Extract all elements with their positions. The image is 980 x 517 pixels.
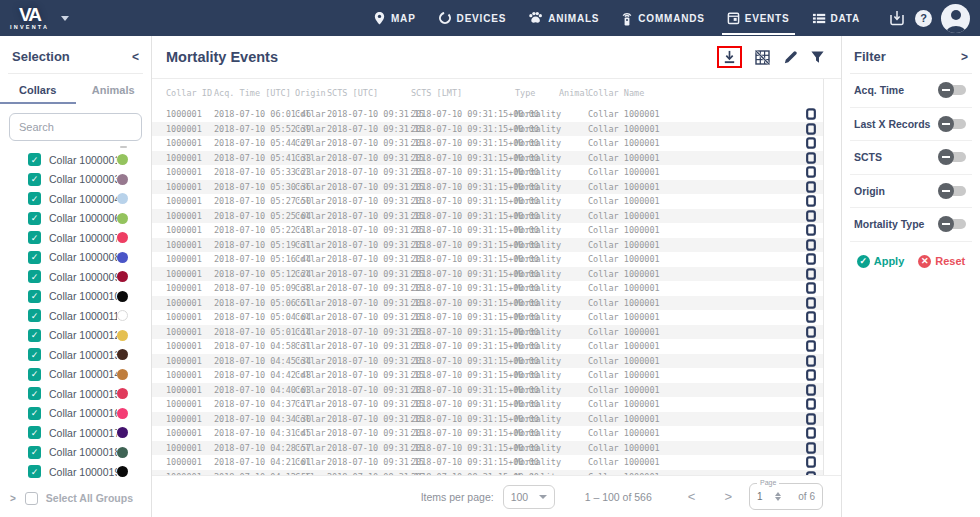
- filter-toggle[interactable]: [940, 119, 966, 129]
- nav-item-animals[interactable]: ANIMALS: [517, 0, 610, 36]
- table-row[interactable]: 1000001 2018-07-10 04:58:31 Collar 2018-…: [152, 339, 823, 354]
- table-row[interactable]: 1000001 2018-07-10 05:25:04 Collar 2018-…: [152, 209, 823, 224]
- collar-badge-icon[interactable]: [797, 297, 823, 309]
- table-row[interactable]: 1000001 2018-07-10 04:40:03 Collar 2018-…: [152, 383, 823, 398]
- collar-badge-icon[interactable]: [797, 137, 823, 149]
- collar-checkbox[interactable]: ✓: [28, 153, 41, 166]
- table-row[interactable]: 1000001 2018-07-10 05:52:39 Collar 2018-…: [152, 122, 823, 137]
- apply-button[interactable]: ✓ Apply: [857, 255, 905, 268]
- page-number-value[interactable]: 1: [757, 491, 763, 502]
- grid-off-icon[interactable]: [754, 49, 771, 66]
- brand[interactable]: VA INVENTA: [10, 5, 69, 31]
- table-row[interactable]: 1000001 2018-07-10 05:04:04 Collar 2018-…: [152, 310, 823, 325]
- items-per-page-select[interactable]: 100: [503, 485, 555, 509]
- table-row[interactable]: 1000001 2018-07-10 05:19:31 Collar 2018-…: [152, 238, 823, 253]
- export-session-icon[interactable]: [889, 10, 906, 26]
- table-row[interactable]: 1000001 2018-07-10 04:42:48 Collar 2018-…: [152, 368, 823, 383]
- collar-checkbox[interactable]: ✓: [28, 368, 41, 381]
- collar-badge-icon[interactable]: [797, 224, 823, 236]
- collar-checkbox[interactable]: ✓: [28, 387, 41, 400]
- collar-checkbox[interactable]: ✓: [28, 212, 41, 225]
- collar-badge-icon[interactable]: [797, 384, 823, 396]
- table-row[interactable]: 1000001 2018-07-10 05:27:50 Collar 2018-…: [152, 194, 823, 209]
- collar-badge-icon[interactable]: [797, 210, 823, 222]
- nav-item-commands[interactable]: COMMANDS: [610, 0, 715, 36]
- collar-badge-icon[interactable]: [797, 253, 823, 265]
- download-icon[interactable]: [722, 49, 737, 65]
- table-row[interactable]: 1000001 2018-07-10 04:37:17 Collar 2018-…: [152, 397, 823, 412]
- reset-button[interactable]: ✕ Reset: [918, 255, 965, 268]
- collar-badge-icon[interactable]: [797, 181, 823, 193]
- page-number-field[interactable]: Page 1 of 6: [749, 483, 823, 510]
- collar-checkbox[interactable]: ✓: [28, 290, 41, 303]
- collar-badge-icon[interactable]: [797, 355, 823, 367]
- collar-checkbox[interactable]: ✓: [28, 426, 41, 439]
- select-all-checkbox[interactable]: [25, 492, 38, 505]
- help-icon[interactable]: ?: [915, 10, 932, 27]
- brand-dropdown-caret[interactable]: [61, 16, 69, 21]
- collar-checkbox[interactable]: ✓: [28, 270, 41, 283]
- filter-icon[interactable]: [810, 50, 825, 64]
- next-page-button[interactable]: >: [724, 489, 732, 504]
- collar-badge-icon[interactable]: [797, 413, 823, 425]
- collar-checkbox[interactable]: ✓: [28, 407, 41, 420]
- nav-item-data[interactable]: DATA: [801, 0, 872, 36]
- collar-badge-icon[interactable]: [797, 398, 823, 410]
- search-input[interactable]: [9, 113, 142, 141]
- page-stepper[interactable]: [775, 492, 781, 501]
- collar-badge-icon[interactable]: [797, 239, 823, 251]
- table-row[interactable]: 1000001 2018-07-10 06:01:46 Collar 2018-…: [152, 107, 823, 122]
- table-row[interactable]: 1000001 2018-07-10 04:28:57 Collar 2018-…: [152, 441, 823, 456]
- collapse-panel-icon[interactable]: <: [132, 50, 139, 64]
- tab-collars[interactable]: Collars: [0, 76, 76, 104]
- collar-badge-icon[interactable]: [797, 268, 823, 280]
- table-row[interactable]: 1000001 2018-07-10 04:21:01 Collar 2018-…: [152, 455, 823, 470]
- collar-badge-icon[interactable]: [797, 340, 823, 352]
- nav-item-map[interactable]: MAP: [362, 0, 427, 36]
- filter-toggle[interactable]: [940, 85, 966, 95]
- collar-badge-icon[interactable]: [797, 282, 823, 294]
- collar-checkbox[interactable]: ✓: [28, 231, 41, 244]
- table-row[interactable]: 1000001 2018-07-10 05:22:18 Collar 2018-…: [152, 223, 823, 238]
- collar-checkbox[interactable]: ✓: [28, 329, 41, 342]
- table-row[interactable]: 1000001 2018-07-10 04:31:45 Collar 2018-…: [152, 426, 823, 441]
- collar-badge-icon[interactable]: [797, 456, 823, 468]
- table-row[interactable]: 1000001 2018-07-10 05:41:33 Collar 2018-…: [152, 151, 823, 166]
- nav-item-events[interactable]: EVENTS: [716, 0, 801, 36]
- collar-checkbox[interactable]: ✓: [28, 465, 41, 478]
- collapse-filter-icon[interactable]: >: [961, 50, 968, 64]
- table-row[interactable]: 1000001 2018-07-10 05:06:51 Collar 2018-…: [152, 296, 823, 311]
- table-row[interactable]: 1000001 2018-07-10 05:01:14 Collar 2018-…: [152, 325, 823, 340]
- collar-checkbox[interactable]: ✓: [28, 173, 41, 186]
- table-row[interactable]: 1000001 2018-07-10 05:30:36 Collar 2018-…: [152, 180, 823, 195]
- collar-checkbox[interactable]: ✓: [28, 251, 41, 264]
- collar-badge-icon[interactable]: [797, 311, 823, 323]
- nav-item-devices[interactable]: DEVICES: [427, 0, 518, 36]
- collar-badge-icon[interactable]: [797, 108, 823, 120]
- collar-badge-icon[interactable]: [797, 166, 823, 178]
- collar-badge-icon[interactable]: [797, 195, 823, 207]
- previous-page-button[interactable]: <: [688, 489, 696, 504]
- avatar[interactable]: [941, 4, 970, 33]
- collar-badge-icon[interactable]: [797, 427, 823, 439]
- collar-badge-icon[interactable]: [797, 369, 823, 381]
- table-row[interactable]: 1000001 2018-07-10 05:33:23 Collar 2018-…: [152, 165, 823, 180]
- filter-toggle[interactable]: [940, 152, 966, 162]
- filter-toggle[interactable]: [940, 219, 966, 229]
- table-row[interactable]: 1000001 2018-07-10 05:44:29 Collar 2018-…: [152, 136, 823, 151]
- collar-badge-icon[interactable]: [797, 442, 823, 454]
- collar-checkbox[interactable]: ✓: [28, 192, 41, 205]
- table-row[interactable]: 1000001 2018-07-10 04:45:34 Collar 2018-…: [152, 354, 823, 369]
- collar-checkbox[interactable]: ✓: [28, 309, 41, 322]
- table-row[interactable]: 1000001 2018-07-10 05:12:24 Collar 2018-…: [152, 267, 823, 282]
- collar-checkbox[interactable]: ✓: [28, 348, 41, 361]
- tab-animals[interactable]: Animals: [76, 76, 152, 104]
- table-row[interactable]: 1000001 2018-07-10 05:16:44 Collar 2018-…: [152, 252, 823, 267]
- filter-toggle[interactable]: [940, 186, 966, 196]
- collar-badge-icon[interactable]: [797, 123, 823, 135]
- edit-icon[interactable]: [783, 50, 798, 65]
- table-row[interactable]: 1000001 2018-07-10 04:34:30 Collar 2018-…: [152, 412, 823, 427]
- collar-badge-icon[interactable]: [797, 152, 823, 164]
- expand-groups-icon[interactable]: >: [10, 493, 16, 504]
- table-row[interactable]: 1000001 2018-07-10 05:09:38 Collar 2018-…: [152, 281, 823, 296]
